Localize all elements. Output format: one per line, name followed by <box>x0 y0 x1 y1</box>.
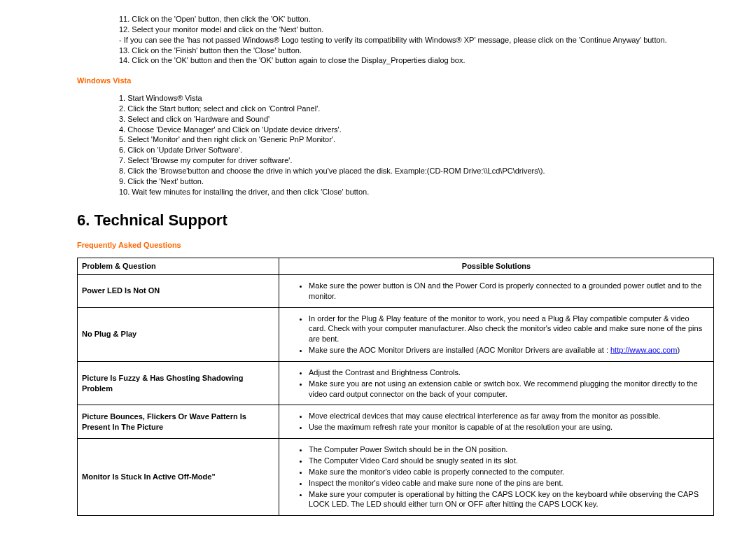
table-row: No Plug & Play In order for the Plug & P… <box>78 307 714 361</box>
solution-cell: The Computer Power Switch should be in t… <box>279 439 714 516</box>
step-text: 14. Click on the 'OK' button and then th… <box>119 55 714 66</box>
solution-item: Inspect the monitor's video cable and ma… <box>309 478 705 489</box>
step-text: 10. Wait few minutes for installing the … <box>119 187 714 197</box>
solution-cell: In order for the Plug & Play feature of … <box>279 307 714 361</box>
solution-item: Make sure the AOC Monitor Drivers are in… <box>309 345 705 356</box>
step-text: 3. Select and click on 'Hardware and Sou… <box>119 114 714 125</box>
vista-steps: 1. Start Windows® Vista 2. Click the Sta… <box>77 93 714 197</box>
step-text: 12. Select your monitor model and click … <box>119 24 714 35</box>
aoc-link[interactable]: http://www.aoc.com <box>610 346 677 354</box>
table-row: Power LED Is Not ON Make sure the power … <box>78 274 714 307</box>
step-text: 11. Click on the 'Open' button, then cli… <box>119 14 714 24</box>
table-row: Monitor Is Stuck In Active Off-Mode" The… <box>78 439 714 516</box>
table-row: Picture Bounces, Flickers Or Wave Patter… <box>78 405 714 439</box>
step-text: 4. Choose 'Device Manager' and Click on … <box>119 125 714 135</box>
faq-heading: Frequently Asked Questions <box>77 240 714 251</box>
solution-item: Adjust the Contrast and Brightness Contr… <box>309 367 705 378</box>
step-text: 1. Start Windows® Vista <box>119 93 714 104</box>
solution-item: Make sure the monitor's video cable is p… <box>309 467 705 477</box>
step-note: - If you can see the 'has not passed Win… <box>119 35 714 45</box>
step-text: 8. Click the 'Browse'button and choose t… <box>119 166 714 176</box>
problem-cell: No Plug & Play <box>78 307 279 361</box>
solution-cell: Make sure the power button is ON and the… <box>279 274 714 307</box>
table-row: Picture Is Fuzzy & Has Ghosting Shadowin… <box>78 361 714 405</box>
solution-item: In order for the Plug & Play feature of … <box>309 314 705 345</box>
problem-cell: Picture Is Fuzzy & Has Ghosting Shadowin… <box>78 361 279 405</box>
problem-cell: Power LED Is Not ON <box>78 274 279 307</box>
vista-heading: Windows Vista <box>77 76 714 86</box>
technical-support-heading: 6. Technical Support <box>77 210 714 231</box>
xp-steps-continued: 11. Click on the 'Open' button, then cli… <box>77 14 714 66</box>
problem-cell: Monitor Is Stuck In Active Off-Mode" <box>78 439 279 516</box>
solution-item: The Computer Video Card should be snugly… <box>309 456 705 466</box>
step-text: 2. Click the Start button; select and cl… <box>119 104 714 114</box>
solution-item: Make sure the power button is ON and the… <box>309 281 705 302</box>
faq-table: Problem & Question Possible Solutions Po… <box>77 258 714 516</box>
solution-item: Make sure your computer is operational b… <box>309 489 705 510</box>
col-header-problem: Problem & Question <box>78 258 279 275</box>
col-header-solutions: Possible Solutions <box>279 258 714 275</box>
step-text: 13. Click on the 'Finish' button then th… <box>119 45 714 56</box>
problem-cell: Picture Bounces, Flickers Or Wave Patter… <box>78 405 279 439</box>
solution-item: Use the maximum refresh rate your monito… <box>309 422 705 433</box>
solution-item: Make sure you are not using an extension… <box>309 379 705 400</box>
solution-cell: Move electrical devices that may cause e… <box>279 405 714 439</box>
step-text: 5. Select 'Monitor' and then right click… <box>119 134 714 145</box>
solution-item: Move electrical devices that may cause e… <box>309 411 705 421</box>
step-text: 7. Select 'Browse my computer for driver… <box>119 155 714 166</box>
solution-cell: Adjust the Contrast and Brightness Contr… <box>279 361 714 405</box>
solution-item: The Computer Power Switch should be in t… <box>309 444 705 455</box>
step-text: 6. Click on 'Update Driver Software'. <box>119 145 714 155</box>
step-text: 9. Click the 'Next' button. <box>119 176 714 187</box>
